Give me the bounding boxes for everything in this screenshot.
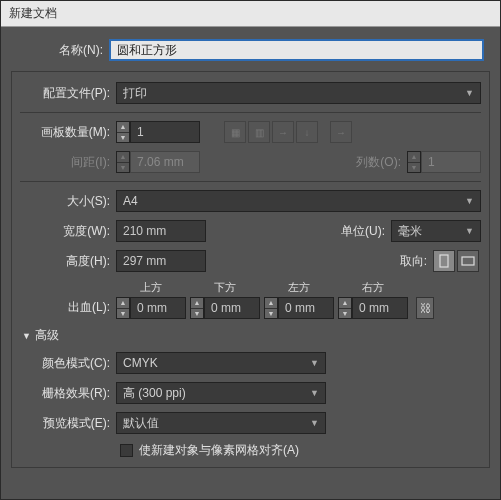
bleed-left-label: 左方	[288, 280, 310, 295]
bleed-right-input[interactable]	[352, 297, 408, 319]
orient-label: 取向:	[367, 253, 427, 270]
spacing-stepper: ▲▼	[116, 151, 130, 173]
svg-rect-1	[462, 257, 474, 265]
bleed-top-input[interactable]	[130, 297, 186, 319]
new-document-dialog: 新建文档 名称(N): 配置文件(P): 打印▼ 画板数量(M): ▲▼ ▦ ▥…	[0, 0, 501, 500]
unit-label: 单位(U):	[325, 223, 385, 240]
bleed-left-input[interactable]	[278, 297, 334, 319]
unit-dropdown[interactable]: 毫米▼	[391, 220, 481, 242]
align-pixel-grid-checkbox[interactable]	[120, 444, 133, 457]
profile-label: 配置文件(P):	[20, 85, 110, 102]
preview-label: 预览模式(E):	[20, 415, 110, 432]
size-dropdown[interactable]: A4▼	[116, 190, 481, 212]
align-pixel-grid-label: 使新建对象与像素网格对齐(A)	[139, 442, 299, 459]
cols-stepper: ▲▼	[407, 151, 421, 173]
grid-by-row-icon: ▦	[224, 121, 246, 143]
arrange-ltr-icon: →	[330, 121, 352, 143]
spacing-label: 间距(I):	[20, 154, 110, 171]
artboard-count-label: 画板数量(M):	[20, 124, 110, 141]
chevron-down-icon: ▼	[310, 358, 319, 368]
height-label: 高度(H):	[20, 253, 110, 270]
advanced-section-toggle[interactable]: ▼ 高级	[22, 327, 481, 344]
name-label: 名称(N):	[17, 42, 103, 59]
grid-by-col-icon: ▥	[248, 121, 270, 143]
chevron-down-icon: ▼	[310, 388, 319, 398]
raster-label: 栅格效果(R):	[20, 385, 110, 402]
chevron-down-icon: ▼	[465, 88, 474, 98]
bleed-bottom-label: 下方	[214, 280, 236, 295]
orientation-landscape-button[interactable]	[457, 250, 479, 272]
height-input[interactable]	[116, 250, 206, 272]
bleed-top-label: 上方	[140, 280, 162, 295]
name-input[interactable]	[109, 39, 484, 61]
chevron-down-icon: ▼	[465, 196, 474, 206]
color-mode-dropdown[interactable]: CMYK▼	[116, 352, 326, 374]
cols-input	[421, 151, 481, 173]
arrange-down-icon: ↓	[296, 121, 318, 143]
color-mode-label: 颜色模式(C):	[20, 355, 110, 372]
spacing-input	[130, 151, 200, 173]
window-title: 新建文档	[1, 1, 500, 27]
bleed-label: 出血(L):	[20, 299, 110, 316]
arrange-right-icon: →	[272, 121, 294, 143]
link-values-icon[interactable]: ⛓	[416, 297, 434, 319]
width-input[interactable]	[116, 220, 206, 242]
bleed-bottom-input[interactable]	[204, 297, 260, 319]
svg-rect-0	[440, 255, 448, 267]
bleed-left-stepper[interactable]: ▲▼	[264, 297, 278, 319]
chevron-down-icon: ▼	[465, 226, 474, 236]
artboard-count-stepper[interactable]: ▲▼	[116, 121, 130, 143]
bleed-right-stepper[interactable]: ▲▼	[338, 297, 352, 319]
preview-dropdown[interactable]: 默认值▼	[116, 412, 326, 434]
chevron-down-icon: ▼	[310, 418, 319, 428]
bleed-top-stepper[interactable]: ▲▼	[116, 297, 130, 319]
cols-label: 列数(O):	[341, 154, 401, 171]
profile-dropdown[interactable]: 打印▼	[116, 82, 481, 104]
raster-dropdown[interactable]: 高 (300 ppi)▼	[116, 382, 326, 404]
bleed-right-label: 右方	[362, 280, 384, 295]
triangle-down-icon: ▼	[22, 331, 31, 341]
bleed-bottom-stepper[interactable]: ▲▼	[190, 297, 204, 319]
width-label: 宽度(W):	[20, 223, 110, 240]
artboard-count-input[interactable]	[130, 121, 200, 143]
size-label: 大小(S):	[20, 193, 110, 210]
orientation-portrait-button[interactable]	[433, 250, 455, 272]
